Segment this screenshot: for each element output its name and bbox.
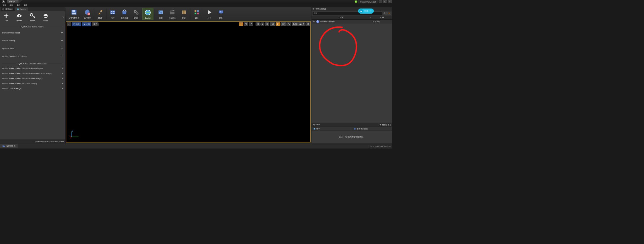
svg-rect-26 (195, 13, 196, 14)
unreal-logo-icon (0, 0, 7, 3)
world-outliner-tab[interactable]: 世界大纲视图 (312, 8, 391, 10)
asset-terrain-road[interactable]: Cesium World Terrain + Bing Maps Road im… (0, 76, 65, 81)
blueprints-button[interactable]: 蓝图 (155, 8, 166, 20)
angle-snap-button[interactable] (276, 22, 280, 26)
menu-help[interactable]: 帮助 (22, 3, 29, 7)
tab-place-actor[interactable]: 放置actor (1, 7, 15, 11)
svg-rect-9 (111, 11, 112, 12)
menu-edit[interactable]: 编辑 (8, 3, 15, 7)
grid-snap-value[interactable]: 10 (270, 23, 275, 26)
add-filter-button[interactable]: ✦ (387, 12, 391, 15)
outliner-row-world[interactable]: Untitled（编辑器） 世界场景 (311, 20, 392, 24)
cloud-icon: ☁ (359, 9, 363, 13)
svg-point-7 (101, 10, 102, 12)
main-toolbar: 保存当前关卡 源码管理 模式 内容 虚幻商城 设置 Cesium 蓝图 过场动画… (65, 7, 311, 21)
gears-icon (133, 9, 140, 16)
svg-rect-32 (84, 25, 85, 25)
camera-icon (299, 23, 302, 25)
annotation-circle (314, 24, 359, 69)
menu-bar: 文件 编辑 窗口 帮助 (0, 3, 392, 7)
cesium-upload-button[interactable]: Upload (14, 13, 24, 22)
svg-rect-5 (72, 13, 76, 14)
tab-world-settings[interactable]: 世界场景设置 (352, 127, 392, 131)
scale-snap-value[interactable]: 0.25 (292, 23, 298, 26)
upload-badge[interactable]: ☁ 拖拽上传 (358, 8, 374, 14)
close-button[interactable]: ✕ (388, 0, 392, 3)
level-viewport[interactable]: ▾ 透视 光照 显示 ⤓ (66, 21, 311, 142)
angle-snap-value[interactable]: 10° (281, 23, 287, 26)
actor-blank-3d-tiles[interactable]: Blank 3D Tiles Tileset+ (0, 29, 65, 36)
svg-rect-24 (195, 10, 196, 12)
axis-gizmo-icon: Z Y X (69, 130, 79, 139)
launch-button[interactable]: 启动 (216, 8, 226, 20)
clapperboard-icon (169, 9, 176, 16)
viewport-options-button[interactable]: ▾ (67, 22, 71, 26)
blueprint-icon (157, 9, 164, 16)
tab-cesium[interactable]: Cesium (15, 8, 28, 11)
list-icon (312, 8, 315, 10)
actor-dynamic-pawn[interactable]: Dynamic Pawn+ (0, 45, 65, 52)
play-button[interactable]: 运行 (204, 8, 215, 20)
svg-rect-40 (308, 23, 308, 24)
perspective-icon (73, 23, 75, 25)
menu-window[interactable]: 窗口 (15, 3, 22, 7)
svg-rect-23 (182, 11, 186, 14)
menu-file[interactable]: 文件 (1, 3, 8, 7)
cesium-learn-button[interactable]: Learn (41, 13, 51, 22)
column-label[interactable]: 标签▴ (311, 16, 372, 19)
asset-osm-buildings[interactable]: Cesium OSM Buildings+ (0, 86, 65, 91)
marketplace-button[interactable]: 虚幻商城 (119, 8, 130, 20)
view-options-button[interactable]: 视图选项▾ (379, 124, 391, 126)
layout-icon (306, 23, 309, 25)
scale-icon (250, 23, 252, 25)
build-button[interactable]: 构建 (179, 8, 189, 20)
svg-rect-4 (72, 10, 75, 12)
search-button[interactable] (383, 12, 387, 15)
source-control-status-icon[interactable] (355, 1, 357, 3)
view-perspective-button[interactable]: 透视 (72, 22, 81, 26)
minimize-button[interactable]: — (379, 0, 382, 3)
actor-count: 0个actor (313, 124, 320, 126)
transform-rotate-button[interactable] (244, 22, 248, 26)
source-control-button[interactable]: 源码管理 (82, 8, 93, 20)
actor-cartographic-polygon[interactable]: Cesium Cartographic Polygon+ (0, 52, 65, 60)
svg-text:Z: Z (72, 130, 73, 132)
lightbulb-icon (83, 23, 86, 25)
asset-terrain-sentinel2[interactable]: Cesium World Terrain + Sentinel-2 imager… (0, 81, 65, 86)
maximize-button[interactable]: ▢ (383, 0, 387, 3)
asset-terrain-aerial[interactable]: Cesium World Terrain + Bing Maps Aerial … (0, 66, 65, 71)
asset-terrain-aerial-labels[interactable]: Cesium World Terrain + Bing Maps Aerial … (0, 71, 65, 76)
plus-icon: + (61, 39, 63, 42)
viewport-layout-button[interactable] (305, 22, 310, 26)
compile-button[interactable]: 编译 (191, 8, 202, 20)
scale-snap-button[interactable] (287, 22, 291, 26)
view-lit-button[interactable]: 光照 (82, 22, 91, 26)
svg-point-51 (313, 21, 314, 22)
expand-toggle-icon[interactable]: » (63, 16, 64, 19)
tools-icon (97, 9, 104, 16)
build-icon (180, 9, 187, 16)
document-tab[interactable]: 未命名* (7, 0, 19, 3)
camera-speed-button[interactable]: 4 (298, 22, 305, 26)
visibility-icon[interactable] (313, 20, 315, 23)
svg-rect-30 (220, 14, 222, 14)
column-type[interactable]: 类型 (372, 16, 392, 19)
save-button[interactable]: 保存当前关卡 (67, 8, 81, 20)
surface-snap-button[interactable]: ⤓ (260, 23, 264, 26)
cesium-add-button[interactable]: Add (1, 13, 11, 22)
content-browser-tab[interactable]: 内容浏览器 (0, 144, 18, 148)
coordinate-space-button[interactable] (256, 22, 260, 26)
tab-details[interactable]: i 细节 (311, 127, 352, 131)
cinematics-button[interactable]: 过场动画 (167, 8, 178, 20)
content-button[interactable]: 内容 (107, 8, 118, 20)
cesium-button[interactable]: Cesium (142, 8, 153, 20)
actor-cesium-sunsky[interactable]: Cesium SunSky+ (0, 37, 65, 45)
modes-button[interactable]: 模式 (95, 8, 105, 20)
grid-snap-button[interactable] (265, 22, 269, 26)
cesium-token-button[interactable]: Token (27, 13, 37, 22)
settings-button[interactable]: 设置 (131, 8, 141, 20)
outliner-body[interactable]: Untitled（编辑器） 世界场景 (311, 20, 392, 123)
transform-move-button[interactable] (239, 22, 243, 26)
view-show-button[interactable]: 显示 (92, 22, 99, 26)
transform-scale-button[interactable] (249, 22, 253, 26)
